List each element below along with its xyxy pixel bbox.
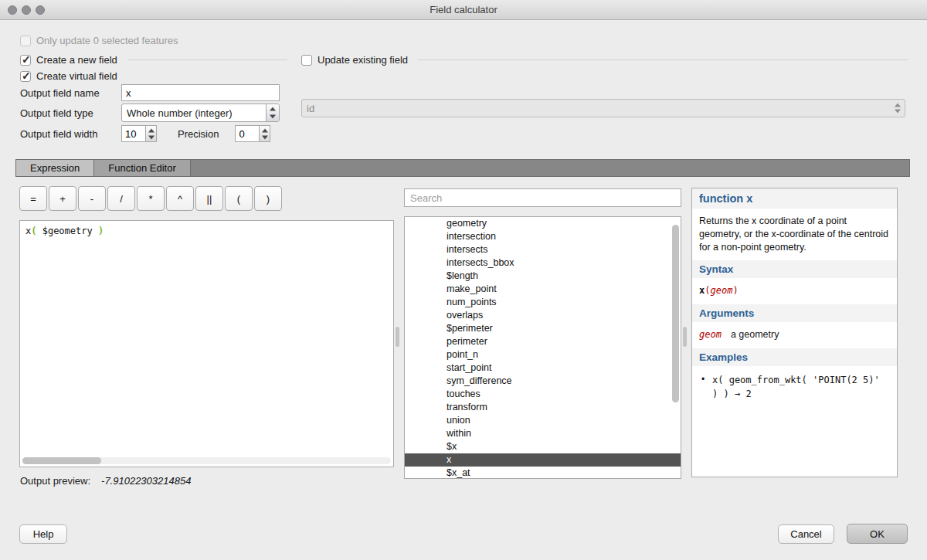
operator-button[interactable]: ) bbox=[254, 186, 282, 211]
function-list-item[interactable]: geometry bbox=[405, 217, 681, 230]
function-list-item[interactable]: intersection bbox=[405, 230, 681, 243]
function-list-item[interactable]: intersects_bbox bbox=[405, 256, 681, 270]
precision-input[interactable] bbox=[236, 126, 259, 141]
output-preview: Output preview: -7.91022303214854 bbox=[20, 475, 191, 487]
operator-button[interactable]: / bbox=[107, 186, 135, 211]
output-preview-value: -7.91022303214854 bbox=[101, 475, 191, 487]
precision-label: Precision bbox=[178, 128, 219, 140]
output-field-type-row: Output field type Whole number (integer) bbox=[20, 104, 280, 122]
ok-button[interactable]: OK bbox=[847, 524, 908, 544]
output-field-width-spinbox[interactable] bbox=[121, 125, 157, 142]
function-list-item[interactable]: union bbox=[405, 414, 681, 427]
create-virtual-field-row[interactable]: Create virtual field bbox=[20, 70, 117, 82]
function-list-item[interactable]: intersects bbox=[405, 243, 681, 256]
tab-expression[interactable]: Expression bbox=[16, 160, 94, 176]
create-new-field-row[interactable]: Create a new field bbox=[20, 54, 287, 66]
spin-stepper[interactable] bbox=[259, 126, 270, 141]
output-field-type-label: Output field type bbox=[20, 107, 116, 119]
function-list-item[interactable]: overlaps bbox=[405, 309, 681, 322]
combo-chevrons-icon bbox=[891, 100, 905, 117]
group-divider bbox=[418, 59, 908, 60]
output-field-type-combo[interactable]: Whole number (integer) bbox=[121, 104, 280, 122]
vertical-scrollbar[interactable] bbox=[672, 219, 679, 477]
only-update-checkbox[interactable] bbox=[20, 36, 31, 46]
create-virtual-field-label: Create virtual field bbox=[36, 70, 117, 82]
function-list[interactable]: geometryintersectionintersectsintersects… bbox=[404, 216, 681, 479]
function-list-item[interactable]: $perimeter bbox=[405, 322, 681, 335]
operator-button[interactable]: + bbox=[49, 186, 76, 211]
output-field-width-label: Output field width bbox=[20, 128, 116, 140]
function-list-item[interactable]: within bbox=[405, 427, 681, 440]
create-new-field-checkbox[interactable] bbox=[20, 55, 31, 66]
update-existing-field-label: Update existing field bbox=[317, 54, 408, 66]
help-button[interactable]: Help bbox=[19, 524, 67, 544]
panel-splitter[interactable] bbox=[396, 327, 399, 347]
syntax-close-paren: ) bbox=[732, 285, 738, 296]
argument-name: geom bbox=[699, 329, 722, 340]
create-new-field-label: Create a new field bbox=[36, 54, 117, 66]
stepper-up-icon bbox=[267, 104, 279, 113]
operator-button[interactable]: ^ bbox=[166, 186, 194, 211]
function-list-item[interactable]: make_point bbox=[405, 283, 681, 296]
example-item: • x( geom_from_wkt( 'POINT(2 5)' ) ) → 2 bbox=[692, 366, 897, 408]
function-help-panel: function x Returns the x coordinate of a… bbox=[691, 188, 898, 477]
operator-button[interactable]: * bbox=[137, 186, 165, 211]
only-update-row[interactable]: Only update 0 selected features bbox=[20, 35, 178, 46]
only-update-label: Only update 0 selected features bbox=[36, 35, 178, 46]
scrollbar-thumb[interactable] bbox=[22, 457, 101, 464]
code-segment: $geometry bbox=[36, 226, 97, 236]
function-list-item[interactable]: $x_at bbox=[405, 467, 681, 479]
function-list-item[interactable]: perimeter bbox=[405, 335, 681, 348]
group-divider bbox=[127, 59, 287, 60]
example-result: 2 bbox=[745, 389, 751, 399]
function-list-item[interactable]: point_n bbox=[405, 348, 681, 361]
expression-code: x( $geometry ) bbox=[20, 221, 393, 241]
tab-bar: Expression Function Editor bbox=[15, 159, 910, 177]
function-list-item[interactable]: $x bbox=[405, 440, 681, 453]
output-field-name-input[interactable] bbox=[121, 84, 280, 101]
function-list-item[interactable]: touches bbox=[405, 388, 681, 401]
function-list-item[interactable]: sym_difference bbox=[405, 375, 681, 388]
existing-field-value: id bbox=[302, 103, 891, 114]
stepper-down-icon bbox=[146, 134, 156, 141]
operator-button[interactable]: = bbox=[19, 186, 47, 211]
panel-splitter[interactable] bbox=[683, 327, 687, 347]
output-field-name-label: Output field name bbox=[20, 87, 116, 99]
horizontal-scrollbar[interactable] bbox=[22, 457, 391, 464]
syntax-line: x(geom) bbox=[692, 278, 897, 303]
function-list-item[interactable]: transform bbox=[405, 401, 681, 414]
precision-spinbox[interactable] bbox=[235, 125, 270, 142]
field-calculator-dialog: { "window": { "title": "Field calculator… bbox=[0, 0, 927, 560]
scrollbar-thumb[interactable] bbox=[672, 225, 679, 402]
argument-row: geom a geometry bbox=[692, 322, 897, 347]
output-preview-label: Output preview: bbox=[20, 475, 90, 487]
cancel-button[interactable]: Cancel bbox=[778, 524, 834, 544]
existing-field-combo[interactable]: id bbox=[301, 99, 905, 117]
function-list-item[interactable]: x bbox=[405, 453, 681, 467]
window-titlebar: Field calculator bbox=[0, 0, 927, 20]
create-virtual-field-checkbox[interactable] bbox=[20, 71, 31, 82]
argument-description: a geometry bbox=[731, 329, 779, 340]
output-field-width-input[interactable] bbox=[122, 126, 145, 141]
operator-button[interactable]: || bbox=[195, 186, 223, 211]
example-arrow: → bbox=[735, 389, 740, 399]
output-field-type-value: Whole number (integer) bbox=[122, 107, 266, 119]
operator-button[interactable]: - bbox=[78, 186, 106, 211]
examples-heading: Examples bbox=[692, 348, 897, 366]
combo-stepper[interactable] bbox=[266, 104, 279, 121]
window-title: Field calculator bbox=[0, 4, 927, 15]
update-existing-field-checkbox[interactable] bbox=[301, 55, 312, 66]
tab-function-editor[interactable]: Function Editor bbox=[94, 160, 190, 176]
function-list-item[interactable]: num_points bbox=[405, 296, 681, 309]
search-input[interactable] bbox=[404, 188, 681, 207]
operator-bar: =+-/*^||() bbox=[19, 186, 282, 211]
spin-stepper[interactable] bbox=[145, 126, 156, 141]
expression-editor[interactable]: x( $geometry ) bbox=[19, 220, 394, 467]
update-existing-field-row[interactable]: Update existing field bbox=[301, 54, 908, 66]
function-list-item[interactable]: start_point bbox=[405, 361, 681, 375]
function-list-item[interactable]: $length bbox=[405, 270, 681, 283]
stepper-down-icon bbox=[267, 113, 279, 121]
stepper-down-icon bbox=[260, 134, 270, 141]
operator-button[interactable]: ( bbox=[225, 186, 253, 211]
stepper-up-icon bbox=[146, 126, 156, 134]
